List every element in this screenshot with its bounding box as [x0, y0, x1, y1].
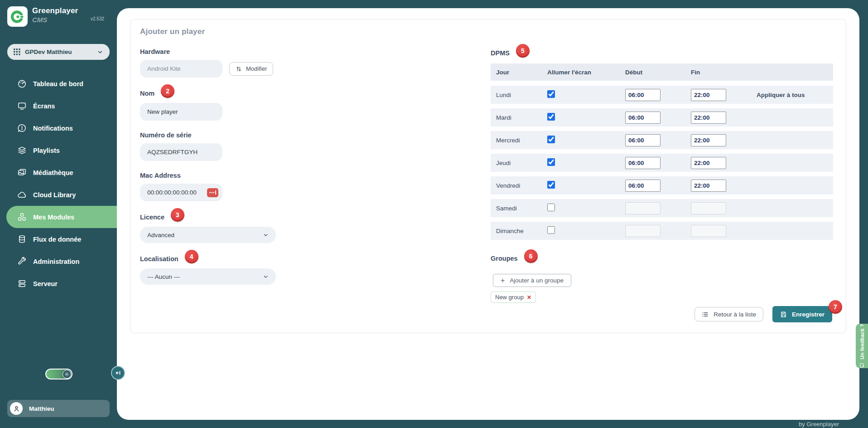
groupes-section: Groupes 6 + Ajouter à un groupe New grou… [491, 253, 833, 303]
hardware-value: Android Kite [140, 60, 222, 78]
dpms-row-lundi: LundiAppliquer à tous [491, 86, 833, 104]
screen-on-checkbox[interactable] [547, 113, 555, 121]
start-time-input[interactable] [625, 180, 661, 192]
start-time-input[interactable] [625, 225, 661, 237]
localisation-select[interactable]: --- Aucun --- [140, 268, 276, 285]
end-time-input[interactable] [691, 180, 726, 192]
end-time-input[interactable] [691, 134, 726, 146]
step-badge-2: 2 [161, 84, 174, 98]
feedback-tab[interactable]: Un feedback ? [856, 324, 868, 368]
workspace-selector[interactable]: GPDev Matthieu [7, 44, 110, 60]
nom-label: Nom [140, 90, 154, 97]
notifications-icon [17, 123, 27, 133]
dpms-row-mercredi: Mercredi [491, 131, 833, 149]
sidebar-item-screens[interactable]: Écrans [6, 95, 117, 117]
day-label: Samedi [496, 205, 547, 212]
dashboard-icon [17, 79, 27, 88]
end-time-input[interactable] [691, 225, 726, 237]
sidebar-item-label: Serveur [33, 280, 58, 287]
step-badge-6: 6 [524, 249, 538, 263]
greenplayer-logo-icon [7, 6, 28, 27]
day-label: Vendredi [496, 182, 547, 189]
brand: Greenplayer CMS [7, 6, 78, 27]
screen-on-checkbox[interactable] [547, 136, 555, 143]
remove-group-icon[interactable]: ✕ [527, 294, 531, 301]
start-time-input[interactable] [625, 134, 661, 146]
dpms-row-vendredi: Vendredi [491, 176, 833, 195]
nom-input[interactable] [140, 103, 222, 121]
sidebar-item-label: Médiathèque [33, 169, 73, 176]
sidebar-item-notifications[interactable]: Notifications [6, 117, 117, 139]
step-badge-4: 4 [185, 250, 198, 263]
modify-hardware-button[interactable]: Modifier [229, 62, 273, 76]
player-form: Hardware Android Kite Modifier Nom 2 Num… [140, 48, 285, 296]
brand-sub: CMS [32, 16, 78, 24]
collapse-sidebar-button[interactable] [111, 366, 125, 380]
sidebar-item-modules[interactable]: Mes Modules [6, 206, 117, 228]
start-time-input[interactable] [625, 157, 661, 169]
group-tag: New group✕ [491, 292, 536, 303]
server-icon [17, 279, 27, 288]
sidebar-item-media-library[interactable]: Médiathèque [6, 161, 117, 184]
day-label: Dimanche [496, 228, 547, 234]
day-label: Mercredi [496, 137, 547, 144]
licence-label: Licence [140, 214, 164, 221]
screen-on-checkbox[interactable] [547, 181, 555, 189]
day-label: Jeudi [496, 160, 547, 166]
theme-toggle[interactable] [45, 369, 72, 379]
sidebar-item-playlists[interactable]: Playlists [6, 139, 117, 161]
input-mask-icon: ••• [207, 188, 218, 197]
sidebar-item-label: Écrans [33, 102, 55, 110]
start-time-input[interactable] [625, 202, 661, 214]
add-to-group-button[interactable]: + Ajouter à un groupe [493, 274, 571, 287]
swap-vertical-icon [236, 66, 242, 72]
sidebar-item-cloud-library[interactable]: Cloud Library [6, 184, 117, 206]
sidebar-item-data-feed[interactable]: Flux de donnée [6, 228, 117, 250]
save-disk-icon [780, 311, 787, 318]
cloud-library-icon [17, 190, 27, 199]
modules-icon [17, 212, 27, 222]
playlists-icon [17, 146, 27, 155]
sidebar-item-label: Tableau de bord [33, 80, 83, 88]
screen-on-checkbox[interactable] [547, 90, 555, 98]
version-label: v2.532 [91, 16, 104, 21]
start-time-input[interactable] [625, 112, 661, 124]
group-tag-label: New group [495, 294, 524, 301]
data-feed-icon [17, 234, 27, 244]
licence-select[interactable]: Advanced [140, 227, 276, 243]
sidebar-item-label: Playlists [33, 147, 60, 154]
user-menu[interactable]: Matthieu [7, 400, 110, 417]
screen-on-checkbox[interactable] [547, 226, 555, 234]
save-button[interactable]: Enregistrer 7 [772, 306, 832, 322]
group-tags: New group✕ [491, 292, 833, 303]
day-label: Mardi [496, 114, 547, 121]
administration-icon [17, 257, 27, 266]
end-time-input[interactable] [691, 112, 726, 124]
sidebar-item-label: Mes Modules [33, 214, 74, 221]
localisation-label: Localisation [140, 255, 178, 263]
chevron-down-icon [97, 49, 103, 55]
sidebar-item-server[interactable]: Serveur [6, 272, 117, 295]
dpms-column-header: Allumer l'écran [547, 69, 625, 76]
form-actions: Retour à la liste Enregistrer 7 [694, 306, 832, 322]
plus-icon: + [501, 277, 505, 285]
serial-input[interactable] [140, 143, 222, 161]
screen-on-checkbox[interactable] [547, 158, 555, 166]
back-to-list-button[interactable]: Retour à la liste [694, 307, 763, 321]
apply-to-all-link[interactable]: Appliquer à tous [757, 92, 805, 98]
end-time-input[interactable] [691, 157, 726, 169]
dpms-row-samedi: Samedi [491, 199, 833, 217]
dpms-table: JourAllumer l'écranDébutFin LundiAppliqu… [491, 63, 833, 240]
start-time-input[interactable] [625, 89, 661, 101]
end-time-input[interactable] [691, 89, 726, 101]
grid-icon [14, 49, 20, 55]
mac-label: Mac Address [140, 172, 285, 179]
sidebar-item-dashboard[interactable]: Tableau de bord [6, 73, 117, 95]
end-time-input[interactable] [691, 202, 726, 214]
main-panel: Ajouter un player Hardware Android Kite … [117, 8, 859, 420]
screen-on-checkbox[interactable] [547, 204, 555, 211]
sidebar-item-administration[interactable]: Administration [6, 250, 117, 272]
mac-input[interactable]: 00:00:00:00:00:00 ••• [140, 184, 222, 201]
chevron-down-icon [263, 232, 269, 238]
dpms-label: DPMS [491, 49, 510, 57]
